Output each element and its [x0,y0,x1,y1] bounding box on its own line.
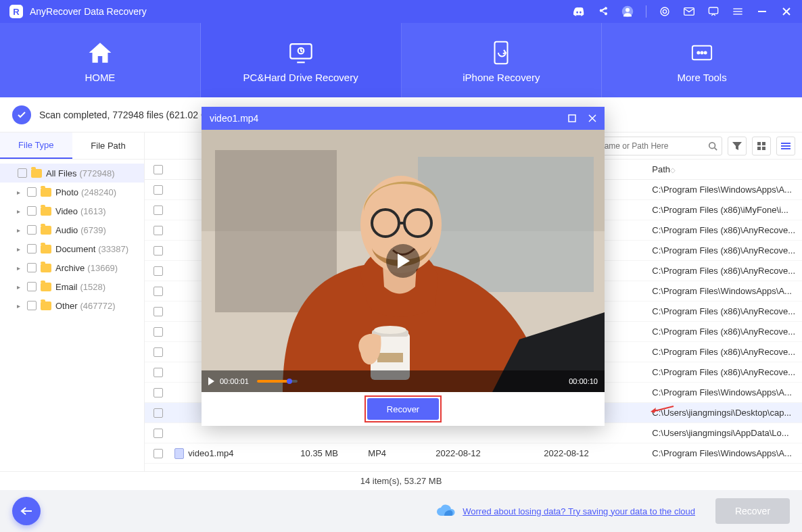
search-input[interactable] [592,141,708,151]
file-created: 2022-08-12 [435,448,544,458]
chevron-right-icon[interactable]: ▸ [14,226,23,234]
row-checkbox[interactable] [154,185,163,195]
restore-icon[interactable] [568,114,576,122]
tree-item[interactable]: ▸Audio(6739) [0,220,144,239]
checkbox[interactable] [27,301,37,310]
recover-button[interactable]: Recover [715,498,790,524]
tree-root[interactable]: All Files (772948) [0,164,144,183]
summary-bar: 14 item(s), 53.27 MB [0,471,802,490]
file-size: 10.35 MB [300,448,368,458]
preview-filename: video1.mp4 [210,113,258,124]
preview-dialog: video1.mp4 [202,107,605,426]
tree-label: Video [55,206,78,216]
back-button[interactable] [12,497,41,525]
row-checkbox[interactable] [154,368,163,377]
tree-item[interactable]: ▸Video(1613) [0,201,144,220]
seek-bar[interactable] [257,380,298,383]
close-icon[interactable] [588,114,596,122]
play-button[interactable] [386,244,420,278]
svg-line-21 [715,147,717,150]
file-path: C:\Program Files\WindowsApps\A... [652,185,802,195]
nav-label: iPhone Recovery [463,72,540,83]
chevron-right-icon[interactable]: ▸ [14,189,23,196]
tree-label: All Files [46,168,77,178]
tree-item[interactable]: ▸Document(33387) [0,239,144,258]
tree-count: (1613) [80,206,106,216]
tree-item[interactable]: ▸Other(467772) [0,296,144,315]
feedback-icon[interactable] [707,6,720,17]
file-path: C:\Program Files (x86)\iMyFone\i... [652,205,802,215]
target-icon[interactable] [659,6,671,17]
col-path-header[interactable]: Path [652,164,670,174]
checkbox[interactable] [27,282,37,291]
nav-label: HOME [85,72,115,83]
row-checkbox[interactable] [154,266,163,276]
app-logo-icon: R [9,5,23,18]
current-time: 00:00:01 [220,377,249,385]
row-checkbox[interactable] [154,327,163,337]
search-input-wrap[interactable] [587,137,722,155]
folder-icon [41,264,51,272]
grid-view-icon[interactable] [752,137,771,155]
share-icon[interactable] [597,6,609,17]
file-path: C:\Program Files\WindowsApps\A... [652,387,802,397]
tab-file-path[interactable]: File Path [72,132,145,159]
menu-icon[interactable] [732,7,744,16]
filter-icon[interactable] [728,137,747,155]
top-nav: HOME PC&Hard Drive Recovery iPhone Recov… [0,23,802,97]
preview-recover-button[interactable]: Recover [367,398,439,420]
cloud-icon [435,504,456,518]
svg-rect-24 [757,147,761,150]
chevron-right-icon[interactable]: ▸ [14,264,23,272]
chevron-right-icon[interactable]: ▸ [14,208,23,215]
preview-video[interactable]: 00:00:01 00:00:10 [202,130,605,392]
row-checkbox[interactable] [154,408,163,418]
table-row[interactable]: video1.mp410.35 MBMP42022-08-122022-08-1… [145,443,802,464]
chevron-right-icon[interactable]: ▸ [14,302,23,310]
duration: 00:00:10 [569,377,598,385]
nav-more-tools[interactable]: More Tools [602,23,802,97]
nav-pc-recovery[interactable]: PC&Hard Drive Recovery [201,23,402,97]
folder-icon [41,207,51,216]
row-checkbox[interactable] [154,388,163,397]
checkbox[interactable] [27,206,37,216]
chevron-right-icon[interactable]: ▸ [14,283,23,291]
file-path: C:\Program Files\WindowsApps\A... [652,448,802,458]
row-checkbox[interactable] [154,226,163,235]
file-path: C:\Program Files (x86)\AnyRecove... [652,266,802,276]
table-row[interactable]: C:\Users\jiangmingsi\AppData\Lo... [145,423,802,443]
close-icon[interactable] [780,7,793,16]
row-checkbox[interactable] [154,449,163,458]
sort-icon[interactable]: ◇ [670,166,676,174]
tree-item[interactable]: ▸Email(1528) [0,277,144,296]
row-checkbox[interactable] [154,347,163,357]
nav-home[interactable]: HOME [0,23,201,97]
row-checkbox[interactable] [154,287,163,296]
tab-file-type[interactable]: File Type [0,132,72,159]
file-icon [174,448,184,459]
user-icon[interactable] [621,5,634,18]
checkbox[interactable] [27,244,37,253]
checkbox[interactable] [27,263,37,272]
chevron-right-icon[interactable]: ▸ [14,245,23,253]
nav-iphone-recovery[interactable]: iPhone Recovery [402,23,603,97]
tree-count: (6739) [80,225,106,235]
minimize-icon[interactable] [756,7,768,16]
tree-item[interactable]: ▸Photo(248240) [0,183,144,201]
row-checkbox[interactable] [154,429,163,438]
search-icon[interactable] [708,141,717,151]
mail-icon[interactable] [683,7,695,16]
play-icon[interactable] [208,377,214,385]
highlight-annotation: Recover [364,395,442,422]
discord-icon[interactable] [573,7,585,16]
list-view-icon[interactable] [776,137,795,155]
checkbox[interactable] [27,225,37,235]
tree-item[interactable]: ▸Archive(13669) [0,258,144,277]
row-checkbox[interactable] [154,246,163,256]
checkbox[interactable] [18,168,27,178]
row-checkbox[interactable] [154,307,163,316]
checkbox[interactable] [27,187,37,197]
cloud-save-link[interactable]: Worred about losing data? Try saving you… [463,506,695,516]
select-all-checkbox[interactable] [154,165,163,174]
row-checkbox[interactable] [154,205,163,215]
